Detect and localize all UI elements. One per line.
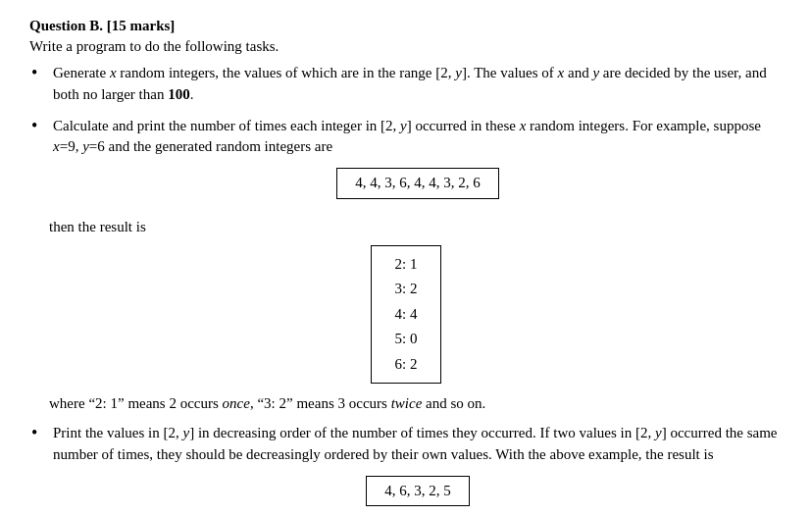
bullet-dot: • — [31, 423, 49, 444]
result-block: 2: 1 3: 2 4: 4 5: 0 6: 2 — [371, 245, 442, 385]
where-line-1: where “2: 1” means 2 occurs once, “3: 2”… — [29, 393, 783, 415]
bullet-list-2: • Print the values in [2, y] in decreasi… — [29, 423, 783, 516]
result-line: 3: 2 — [395, 277, 418, 302]
result-line: 6: 2 — [395, 352, 418, 378]
list-item: • Calculate and print the number of time… — [29, 116, 783, 209]
result-box-wrap: 2: 1 3: 2 4: 4 5: 0 6: 2 — [29, 239, 783, 390]
list-item: • Generate x random integers, the values… — [29, 63, 783, 106]
example-box2: 4, 6, 3, 2, 5 — [366, 476, 470, 507]
bullet-list: • Generate x random integers, the values… — [29, 63, 783, 209]
question-header: Question B. [15 marks] — [29, 18, 783, 34]
intro-text: Write a program to do the following task… — [29, 38, 783, 55]
bullet2-content: Calculate and print the number of times … — [53, 116, 783, 209]
result-line: 5: 0 — [395, 327, 418, 352]
result-line: 4: 4 — [395, 302, 418, 328]
bullet-dot: • — [31, 116, 49, 137]
question-container: Question B. [15 marks] Write a program t… — [29, 18, 783, 516]
example-box2-wrap: 4, 6, 3, 2, 5 — [53, 470, 783, 513]
bullet-dot: • — [31, 63, 49, 84]
example-box: 4, 4, 3, 6, 4, 4, 3, 2, 6 — [336, 168, 499, 199]
x-var: x — [110, 65, 117, 80]
bullet1-content: Generate x random integers, the values o… — [53, 63, 783, 106]
y-var: y — [455, 65, 462, 80]
list-item: • Print the values in [2, y] in decreasi… — [29, 423, 783, 516]
result-line: 2: 1 — [395, 252, 418, 278]
bullet3-content: Print the values in [2, y] in decreasing… — [53, 423, 783, 516]
example-box-wrap: 4, 4, 3, 6, 4, 4, 3, 2, 6 — [53, 162, 783, 205]
then-line: then the result is — [29, 219, 783, 235]
